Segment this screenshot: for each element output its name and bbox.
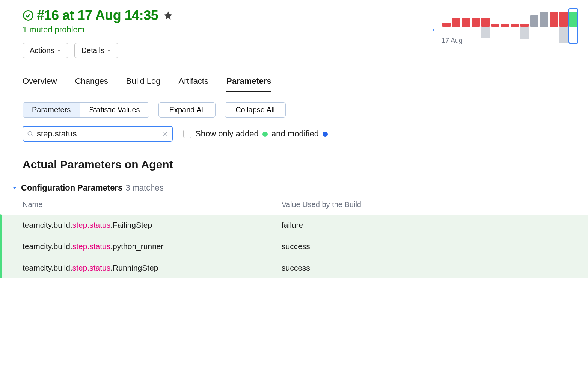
- tab-artifacts[interactable]: Artifacts: [179, 76, 208, 92]
- build-tabs: OverviewChangesBuild LogArtifactsParamet…: [23, 76, 588, 92]
- chart-bar[interactable]: [539, 10, 549, 44]
- chevron-down-icon: [57, 48, 61, 53]
- show-only-added-filter[interactable]: Show only added and modified: [183, 129, 328, 139]
- clear-search-icon[interactable]: [162, 131, 168, 137]
- chart-bar[interactable]: [442, 10, 451, 44]
- param-row[interactable]: teamcity.build.step.status.FailingStepfa…: [0, 214, 588, 236]
- chart-bar[interactable]: [461, 10, 471, 44]
- chart-bar[interactable]: [568, 10, 578, 44]
- tab-build-log[interactable]: Build Log: [126, 76, 161, 92]
- success-check-icon: [23, 10, 34, 21]
- tab-overview[interactable]: Overview: [23, 76, 57, 92]
- chart-bar[interactable]: [451, 10, 461, 44]
- chart-bar[interactable]: [520, 10, 529, 44]
- chart-bar[interactable]: [471, 10, 481, 44]
- details-label: Details: [81, 46, 104, 55]
- statistic-mode-button[interactable]: Statistic Values: [80, 103, 149, 117]
- params-table-header: Name Value Used by the Build: [23, 200, 588, 214]
- chart-bar[interactable]: [559, 10, 568, 44]
- muted-problem-link[interactable]: 1 muted problem: [23, 25, 438, 35]
- chevron-down-icon: [11, 184, 18, 191]
- added-dot-icon: [262, 132, 268, 137]
- search-input[interactable]: [37, 129, 159, 139]
- param-value: success: [282, 242, 588, 251]
- build-title: #16 at 17 Aug 14:35: [37, 8, 158, 23]
- filter-label-added: Show only added: [195, 129, 259, 138]
- section-title: Actual Parameters on Agent: [23, 158, 588, 171]
- actions-dropdown[interactable]: Actions: [23, 43, 68, 58]
- chart-prev-icon[interactable]: ‹: [433, 26, 434, 33]
- param-mode-toggle: Parameters Statistic Values: [23, 102, 149, 118]
- modified-dot-icon: [323, 132, 328, 137]
- favorite-star-icon[interactable]: [163, 11, 173, 20]
- chart-bar[interactable]: [490, 10, 500, 44]
- chart-bar[interactable]: [549, 10, 559, 44]
- chart-bar[interactable]: [500, 10, 510, 44]
- tab-parameters[interactable]: Parameters: [226, 76, 271, 92]
- param-name: teamcity.build.step.status.RunningStep: [23, 263, 282, 272]
- param-row[interactable]: teamcity.build.step.status.python_runner…: [0, 236, 588, 257]
- collapse-all-button[interactable]: Collapse All: [225, 102, 286, 118]
- param-row[interactable]: teamcity.build.step.status.RunningStepsu…: [0, 257, 588, 278]
- checkbox-icon[interactable]: [183, 130, 191, 138]
- svg-point-1: [28, 131, 32, 135]
- svg-line-2: [31, 135, 33, 136]
- expand-all-button[interactable]: Expand All: [158, 102, 216, 118]
- chart-bar[interactable]: [481, 10, 490, 44]
- param-value: success: [282, 263, 588, 272]
- param-name: teamcity.build.step.status.FailingStep: [23, 221, 282, 230]
- col-header-name: Name: [23, 200, 282, 209]
- tab-changes[interactable]: Changes: [75, 76, 108, 92]
- chart-bar[interactable]: [529, 10, 539, 44]
- group-match-count: 3 matches: [125, 183, 164, 193]
- details-dropdown[interactable]: Details: [74, 43, 118, 58]
- parameters-mode-button[interactable]: Parameters: [23, 103, 80, 117]
- param-value: failure: [282, 221, 588, 230]
- filter-label-modified: and modified: [271, 129, 319, 138]
- search-icon: [27, 130, 34, 137]
- config-params-group-header[interactable]: Configuration Parameters 3 matches: [11, 183, 588, 193]
- chevron-down-icon: [107, 48, 111, 53]
- param-name: teamcity.build.step.status.python_runner: [23, 242, 282, 251]
- parameter-search-box[interactable]: [23, 126, 173, 142]
- actions-label: Actions: [30, 46, 54, 55]
- group-title: Configuration Parameters: [21, 183, 122, 193]
- chart-bar[interactable]: [510, 10, 520, 44]
- col-header-value: Value Used by the Build: [282, 200, 588, 209]
- build-history-chart[interactable]: ‹ 17 Aug: [438, 8, 588, 45]
